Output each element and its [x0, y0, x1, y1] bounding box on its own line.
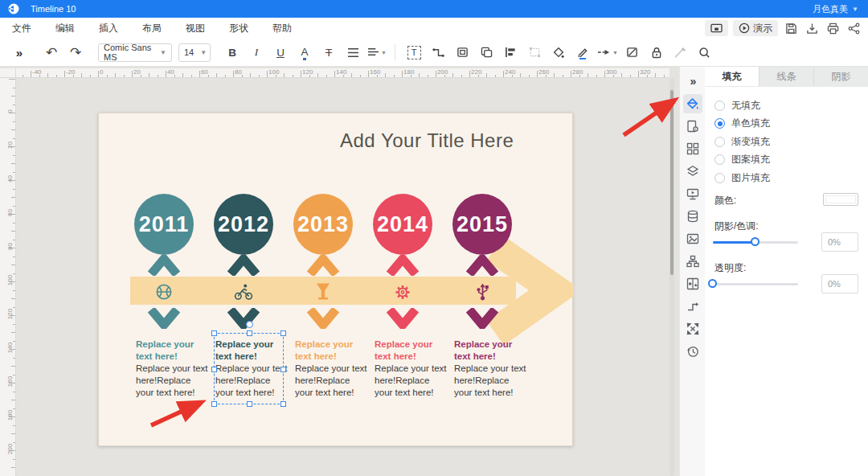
font-color-button[interactable]: A: [295, 43, 314, 62]
radio-icon[interactable]: [714, 101, 725, 111]
menu-item-4[interactable]: 视图: [174, 18, 217, 39]
org-chart-icon[interactable]: [683, 252, 702, 271]
chevron-up-shape[interactable]: [463, 255, 502, 278]
text-block[interactable]: Replace your text here! Replace your tex…: [136, 339, 208, 399]
shade-slider-handle[interactable]: [751, 237, 760, 246]
collapse-panel-icon[interactable]: »: [683, 72, 702, 91]
text-align-button[interactable]: ▼: [367, 43, 387, 62]
basketball-icon[interactable]: [154, 282, 174, 302]
present-play-button[interactable]: 演示: [733, 20, 778, 36]
line-spacing-button[interactable]: [343, 43, 362, 62]
font-size-select[interactable]: 14▼: [178, 43, 211, 62]
shade-slider[interactable]: [713, 237, 798, 247]
chevron-up-shape[interactable]: [145, 255, 183, 278]
radio-icon[interactable]: [714, 118, 725, 129]
undo-button[interactable]: ↶: [42, 43, 61, 62]
year-circle[interactable]: 2012: [214, 194, 273, 255]
radio-icon[interactable]: [714, 154, 725, 165]
chevron-down-shape[interactable]: [304, 308, 342, 331]
vertical-scrollbar[interactable]: [669, 78, 674, 476]
fill-color-button[interactable]: [549, 43, 568, 62]
panel-tab-2[interactable]: 阴影: [814, 67, 868, 86]
year-circle[interactable]: 2013: [293, 194, 353, 255]
chevron-down-shape[interactable]: [145, 308, 183, 331]
selection-box[interactable]: [214, 333, 284, 404]
group-button[interactable]: [525, 43, 544, 62]
redo-button[interactable]: ↷: [66, 43, 85, 62]
layers-icon[interactable]: [683, 162, 702, 181]
search-button[interactable]: [695, 43, 714, 62]
font-family-select[interactable]: Comic Sans MS▼: [98, 43, 172, 62]
history-icon[interactable]: [683, 342, 702, 361]
scrollbar-thumb[interactable]: [670, 90, 674, 275]
radio-icon[interactable]: [714, 137, 725, 147]
align-button[interactable]: [501, 43, 520, 62]
gear-icon[interactable]: [393, 282, 412, 302]
more-tools-button[interactable]: »: [9, 43, 28, 62]
selection-handle[interactable]: [211, 401, 217, 407]
shape-library-icon[interactable]: [683, 139, 702, 158]
panel-tab-0[interactable]: 填充: [705, 67, 760, 86]
selection-handle[interactable]: [280, 330, 286, 336]
opacity-slider-handle[interactable]: [708, 279, 717, 288]
text-block[interactable]: Replace your text here! Replace your tex…: [454, 339, 526, 399]
save-button[interactable]: [783, 20, 799, 36]
line-color-button[interactable]: [573, 43, 592, 62]
underline-button[interactable]: U: [271, 43, 290, 62]
fill-option-2[interactable]: 渐变填充: [714, 133, 868, 151]
page-setup-icon[interactable]: [683, 117, 702, 136]
year-circle[interactable]: 2015: [452, 194, 512, 255]
selection-handle[interactable]: [211, 367, 217, 372]
bring-forward-button[interactable]: [452, 43, 472, 62]
menu-item-2[interactable]: 插入: [87, 18, 130, 39]
fill-option-4[interactable]: 图片填充: [714, 169, 868, 187]
canvas-workspace[interactable]: -40-200204060801001201401601802002202402…: [0, 67, 679, 476]
data-icon[interactable]: [683, 207, 702, 226]
lock-button[interactable]: [647, 43, 666, 62]
menu-item-1[interactable]: 编辑: [43, 18, 87, 39]
print-button[interactable]: [825, 20, 841, 36]
fill-option-3[interactable]: 图案填充: [714, 151, 868, 170]
cocktail-icon[interactable]: [313, 282, 333, 302]
fill-color-swatch[interactable]: [823, 193, 858, 206]
duplicate-style-button[interactable]: [477, 43, 496, 62]
selection-handle[interactable]: [247, 330, 252, 336]
line-style-button[interactable]: ▼: [597, 43, 618, 62]
chevron-down-shape[interactable]: [224, 308, 263, 331]
fill-option-0[interactable]: 无填充: [714, 96, 868, 115]
menu-item-6[interactable]: 帮助: [260, 18, 304, 39]
remove-style-button[interactable]: [623, 43, 642, 62]
selection-handle[interactable]: [280, 367, 286, 372]
connector-tool[interactable]: [428, 43, 448, 62]
download-button[interactable]: [804, 20, 820, 36]
user-account-menu[interactable]: 月色真美 ▼: [813, 0, 858, 18]
menu-item-3[interactable]: 布局: [130, 18, 174, 39]
italic-button[interactable]: I: [247, 43, 266, 62]
connector-tool-icon[interactable]: [683, 297, 702, 316]
page-title[interactable]: Add Your Title Here: [340, 129, 549, 152]
opacity-value-input[interactable]: 0%: [821, 274, 858, 293]
year-circle[interactable]: 2011: [134, 194, 194, 255]
radio-icon[interactable]: [714, 173, 725, 183]
cyclist-icon[interactable]: [234, 282, 253, 302]
clipart-icon[interactable]: [683, 274, 702, 293]
text-box-tool[interactable]: T: [404, 43, 424, 62]
present-preview-button[interactable]: [705, 20, 728, 36]
panel-tab-1[interactable]: 线条: [760, 67, 814, 86]
rotation-handle[interactable]: [246, 321, 253, 328]
menu-item-5[interactable]: 形状: [217, 18, 260, 39]
strikethrough-button[interactable]: T: [319, 43, 338, 62]
drawing-page[interactable]: Add Your Title Here 2011 Replace your te…: [98, 113, 573, 446]
selection-handle[interactable]: [280, 401, 286, 407]
selection-handle[interactable]: [247, 401, 252, 407]
bold-button[interactable]: B: [223, 43, 242, 62]
year-circle[interactable]: 2014: [373, 194, 432, 255]
chevron-down-shape[interactable]: [463, 308, 502, 331]
chevron-up-shape[interactable]: [304, 255, 342, 278]
menu-item-0[interactable]: 文件: [0, 18, 43, 39]
presentation-icon[interactable]: [683, 184, 702, 203]
opacity-slider[interactable]: [713, 279, 798, 289]
advanced-tools-button[interactable]: [671, 43, 690, 62]
image-icon[interactable]: [683, 229, 702, 248]
usb-icon[interactable]: [473, 282, 492, 302]
